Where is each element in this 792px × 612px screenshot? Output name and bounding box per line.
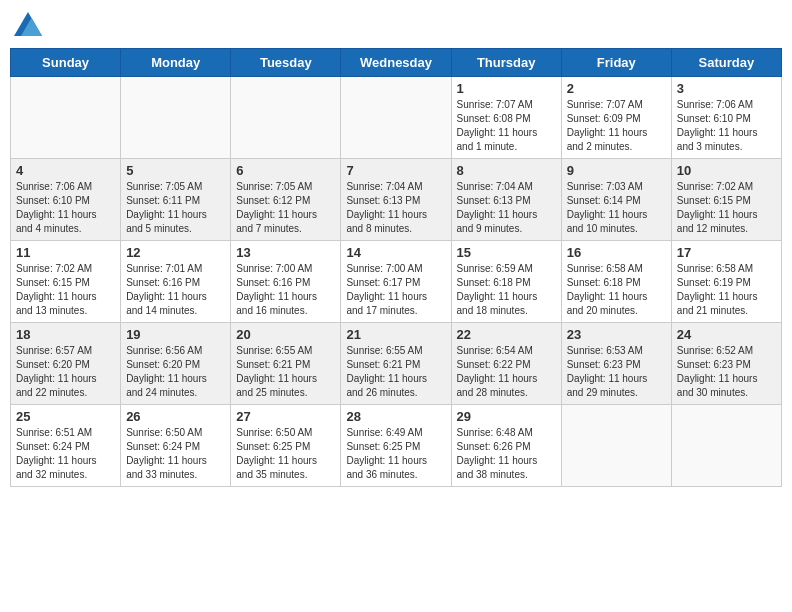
cell-week5-day4: 29Sunrise: 6:48 AM Sunset: 6:26 PM Dayli… xyxy=(451,405,561,487)
day-info: Sunrise: 7:06 AM Sunset: 6:10 PM Dayligh… xyxy=(16,180,115,236)
cell-week3-day5: 16Sunrise: 6:58 AM Sunset: 6:18 PM Dayli… xyxy=(561,241,671,323)
day-info: Sunrise: 6:49 AM Sunset: 6:25 PM Dayligh… xyxy=(346,426,445,482)
day-info: Sunrise: 7:07 AM Sunset: 6:08 PM Dayligh… xyxy=(457,98,556,154)
day-info: Sunrise: 6:58 AM Sunset: 6:18 PM Dayligh… xyxy=(567,262,666,318)
day-number: 2 xyxy=(567,81,666,96)
cell-week4-day3: 21Sunrise: 6:55 AM Sunset: 6:21 PM Dayli… xyxy=(341,323,451,405)
header-monday: Monday xyxy=(121,49,231,77)
day-info: Sunrise: 6:57 AM Sunset: 6:20 PM Dayligh… xyxy=(16,344,115,400)
cell-week2-day4: 8Sunrise: 7:04 AM Sunset: 6:13 PM Daylig… xyxy=(451,159,561,241)
cell-week5-day0: 25Sunrise: 6:51 AM Sunset: 6:24 PM Dayli… xyxy=(11,405,121,487)
day-info: Sunrise: 7:04 AM Sunset: 6:13 PM Dayligh… xyxy=(457,180,556,236)
cell-week1-day6: 3Sunrise: 7:06 AM Sunset: 6:10 PM Daylig… xyxy=(671,77,781,159)
day-number: 5 xyxy=(126,163,225,178)
cell-week2-day6: 10Sunrise: 7:02 AM Sunset: 6:15 PM Dayli… xyxy=(671,159,781,241)
cell-week3-day1: 12Sunrise: 7:01 AM Sunset: 6:16 PM Dayli… xyxy=(121,241,231,323)
cell-week5-day2: 27Sunrise: 6:50 AM Sunset: 6:25 PM Dayli… xyxy=(231,405,341,487)
day-number: 8 xyxy=(457,163,556,178)
cell-week5-day6 xyxy=(671,405,781,487)
day-info: Sunrise: 7:06 AM Sunset: 6:10 PM Dayligh… xyxy=(677,98,776,154)
cell-week4-day4: 22Sunrise: 6:54 AM Sunset: 6:22 PM Dayli… xyxy=(451,323,561,405)
day-info: Sunrise: 6:54 AM Sunset: 6:22 PM Dayligh… xyxy=(457,344,556,400)
day-info: Sunrise: 6:58 AM Sunset: 6:19 PM Dayligh… xyxy=(677,262,776,318)
cell-week1-day1 xyxy=(121,77,231,159)
logo-icon xyxy=(14,12,42,36)
day-info: Sunrise: 7:05 AM Sunset: 6:12 PM Dayligh… xyxy=(236,180,335,236)
week-row-5: 25Sunrise: 6:51 AM Sunset: 6:24 PM Dayli… xyxy=(11,405,782,487)
day-number: 10 xyxy=(677,163,776,178)
day-number: 23 xyxy=(567,327,666,342)
header-wednesday: Wednesday xyxy=(341,49,451,77)
cell-week4-day2: 20Sunrise: 6:55 AM Sunset: 6:21 PM Dayli… xyxy=(231,323,341,405)
cell-week3-day4: 15Sunrise: 6:59 AM Sunset: 6:18 PM Dayli… xyxy=(451,241,561,323)
day-info: Sunrise: 7:04 AM Sunset: 6:13 PM Dayligh… xyxy=(346,180,445,236)
cell-week2-day5: 9Sunrise: 7:03 AM Sunset: 6:14 PM Daylig… xyxy=(561,159,671,241)
day-info: Sunrise: 6:50 AM Sunset: 6:25 PM Dayligh… xyxy=(236,426,335,482)
calendar-table: SundayMondayTuesdayWednesdayThursdayFrid… xyxy=(10,48,782,487)
week-row-4: 18Sunrise: 6:57 AM Sunset: 6:20 PM Dayli… xyxy=(11,323,782,405)
cell-week2-day3: 7Sunrise: 7:04 AM Sunset: 6:13 PM Daylig… xyxy=(341,159,451,241)
day-number: 1 xyxy=(457,81,556,96)
day-info: Sunrise: 6:55 AM Sunset: 6:21 PM Dayligh… xyxy=(236,344,335,400)
day-info: Sunrise: 6:59 AM Sunset: 6:18 PM Dayligh… xyxy=(457,262,556,318)
cell-week1-day0 xyxy=(11,77,121,159)
day-info: Sunrise: 6:48 AM Sunset: 6:26 PM Dayligh… xyxy=(457,426,556,482)
day-number: 25 xyxy=(16,409,115,424)
cell-week3-day2: 13Sunrise: 7:00 AM Sunset: 6:16 PM Dayli… xyxy=(231,241,341,323)
day-number: 24 xyxy=(677,327,776,342)
page-header xyxy=(10,10,782,40)
cell-week5-day3: 28Sunrise: 6:49 AM Sunset: 6:25 PM Dayli… xyxy=(341,405,451,487)
day-number: 16 xyxy=(567,245,666,260)
day-number: 17 xyxy=(677,245,776,260)
day-number: 13 xyxy=(236,245,335,260)
day-info: Sunrise: 6:50 AM Sunset: 6:24 PM Dayligh… xyxy=(126,426,225,482)
day-number: 9 xyxy=(567,163,666,178)
day-info: Sunrise: 7:00 AM Sunset: 6:16 PM Dayligh… xyxy=(236,262,335,318)
cell-week5-day5 xyxy=(561,405,671,487)
day-number: 18 xyxy=(16,327,115,342)
day-number: 26 xyxy=(126,409,225,424)
day-number: 29 xyxy=(457,409,556,424)
day-info: Sunrise: 6:55 AM Sunset: 6:21 PM Dayligh… xyxy=(346,344,445,400)
day-info: Sunrise: 6:51 AM Sunset: 6:24 PM Dayligh… xyxy=(16,426,115,482)
cell-week5-day1: 26Sunrise: 6:50 AM Sunset: 6:24 PM Dayli… xyxy=(121,405,231,487)
cell-week2-day1: 5Sunrise: 7:05 AM Sunset: 6:11 PM Daylig… xyxy=(121,159,231,241)
header-saturday: Saturday xyxy=(671,49,781,77)
day-number: 3 xyxy=(677,81,776,96)
logo xyxy=(14,10,44,40)
day-number: 15 xyxy=(457,245,556,260)
cell-week4-day0: 18Sunrise: 6:57 AM Sunset: 6:20 PM Dayli… xyxy=(11,323,121,405)
cell-week3-day6: 17Sunrise: 6:58 AM Sunset: 6:19 PM Dayli… xyxy=(671,241,781,323)
day-number: 12 xyxy=(126,245,225,260)
day-number: 19 xyxy=(126,327,225,342)
cell-week1-day5: 2Sunrise: 7:07 AM Sunset: 6:09 PM Daylig… xyxy=(561,77,671,159)
week-row-1: 1Sunrise: 7:07 AM Sunset: 6:08 PM Daylig… xyxy=(11,77,782,159)
cell-week3-day0: 11Sunrise: 7:02 AM Sunset: 6:15 PM Dayli… xyxy=(11,241,121,323)
cell-week4-day1: 19Sunrise: 6:56 AM Sunset: 6:20 PM Dayli… xyxy=(121,323,231,405)
week-row-2: 4Sunrise: 7:06 AM Sunset: 6:10 PM Daylig… xyxy=(11,159,782,241)
day-number: 27 xyxy=(236,409,335,424)
day-number: 4 xyxy=(16,163,115,178)
cell-week2-day2: 6Sunrise: 7:05 AM Sunset: 6:12 PM Daylig… xyxy=(231,159,341,241)
day-info: Sunrise: 6:52 AM Sunset: 6:23 PM Dayligh… xyxy=(677,344,776,400)
day-number: 7 xyxy=(346,163,445,178)
header-tuesday: Tuesday xyxy=(231,49,341,77)
day-number: 21 xyxy=(346,327,445,342)
day-number: 11 xyxy=(16,245,115,260)
day-number: 20 xyxy=(236,327,335,342)
cell-week2-day0: 4Sunrise: 7:06 AM Sunset: 6:10 PM Daylig… xyxy=(11,159,121,241)
day-info: Sunrise: 7:00 AM Sunset: 6:17 PM Dayligh… xyxy=(346,262,445,318)
day-number: 6 xyxy=(236,163,335,178)
day-info: Sunrise: 7:02 AM Sunset: 6:15 PM Dayligh… xyxy=(677,180,776,236)
week-row-3: 11Sunrise: 7:02 AM Sunset: 6:15 PM Dayli… xyxy=(11,241,782,323)
day-number: 22 xyxy=(457,327,556,342)
header-thursday: Thursday xyxy=(451,49,561,77)
day-number: 28 xyxy=(346,409,445,424)
cell-week1-day4: 1Sunrise: 7:07 AM Sunset: 6:08 PM Daylig… xyxy=(451,77,561,159)
day-info: Sunrise: 7:07 AM Sunset: 6:09 PM Dayligh… xyxy=(567,98,666,154)
cell-week4-day6: 24Sunrise: 6:52 AM Sunset: 6:23 PM Dayli… xyxy=(671,323,781,405)
cell-week1-day3 xyxy=(341,77,451,159)
day-info: Sunrise: 7:05 AM Sunset: 6:11 PM Dayligh… xyxy=(126,180,225,236)
day-number: 14 xyxy=(346,245,445,260)
day-info: Sunrise: 6:56 AM Sunset: 6:20 PM Dayligh… xyxy=(126,344,225,400)
